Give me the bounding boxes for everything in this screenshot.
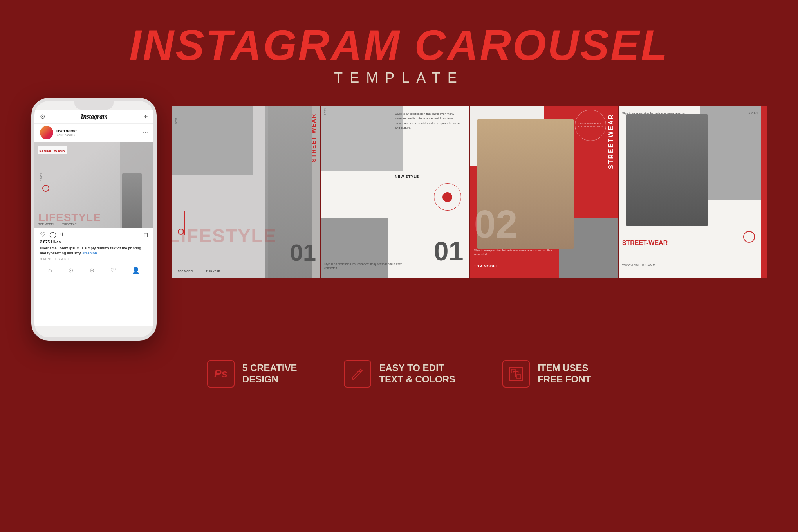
carousel-area: STREET-WEAR LIFESTYLE 01 2021 TOP MODEL …: [172, 106, 767, 278]
ig-username: username: [56, 128, 77, 133]
carousel-panel-3: 02 STREETWEAR THIS MONTH THE BEST COLLEC…: [470, 106, 618, 278]
panel1-label1: TOP MODEL: [178, 270, 194, 272]
send-icon: ✈: [143, 114, 148, 120]
ig-profile: username Your place › ···: [34, 124, 153, 142]
sub-title: TEMPLATE: [0, 70, 798, 86]
font-icon-svg: T: [509, 367, 523, 381]
carousel-panel-4: // 2021 Style is an expression that last…: [619, 106, 767, 278]
caption-tag: #fashion: [83, 251, 97, 255]
panel1-line: [184, 211, 185, 235]
feature-easy-edit: EASY TO EDIT TEXT & COLORS: [344, 360, 455, 388]
phone-mockup: ⊙ Instagram ✈ username Your place › ···: [31, 98, 157, 341]
font-icon: T: [502, 360, 530, 388]
panel1-circle-deco: [178, 229, 184, 235]
home-icon[interactable]: ⌂: [48, 267, 52, 274]
feature-edit-line1: EASY TO EDIT: [379, 362, 455, 374]
feature-creative-line2: DESIGN: [242, 374, 297, 385]
search-nav-icon[interactable]: ⊙: [68, 267, 73, 274]
panel2-circle-fill: [442, 192, 452, 202]
feature-edit-label: EASY TO EDIT TEXT & COLORS: [379, 362, 455, 385]
share-icon[interactable]: ✈: [60, 231, 65, 238]
comment-icon[interactable]: ◯: [49, 231, 56, 238]
ig-actions: ♡ ◯ ✈ ⊓: [34, 228, 153, 240]
ps-icon: Ps: [207, 360, 235, 388]
panel2-circle: [434, 183, 461, 211]
panel2-bottom-text: Style is an expression that lasts over m…: [324, 262, 405, 270]
heart-icon[interactable]: ♡: [40, 231, 45, 238]
ig-likes: 2.875 Likes: [34, 240, 153, 246]
post-labels: TOP MODEL THIS YEAR: [38, 223, 77, 225]
svg-text:T: T: [513, 369, 519, 379]
panel1-num: 01: [290, 239, 316, 266]
panel2-img-top: [321, 106, 402, 171]
features-area: Ps 5 CREATIVE DESIGN EASY TO EDIT TEXT &…: [0, 341, 798, 388]
feature-font-label: ITEM USES FREE FONT: [538, 362, 591, 385]
panel4-red-strip: [761, 106, 767, 278]
panel1-labels: TOP MODEL THIS YEAR: [178, 270, 220, 272]
panel2-body-text: Style is an expression that lasts over m…: [395, 112, 466, 130]
avatar: [40, 126, 53, 139]
post-streetwear-text: STREET-WEAR: [39, 149, 65, 153]
panel4-body-text: Style is an expression that lasts over m…: [622, 112, 689, 116]
carousel-panel-1: STREET-WEAR LIFESTYLE 01 2021 TOP MODEL …: [172, 106, 320, 278]
post-label-model: TOP MODEL: [38, 223, 54, 225]
username-block: username Your place ›: [56, 128, 77, 137]
panel1-img-top: [172, 106, 253, 175]
panel2-num: 01: [434, 236, 464, 266]
feature-font-line2: FREE FONT: [538, 374, 591, 385]
heart-nav-icon[interactable]: ♡: [110, 267, 116, 274]
caption-username: username: [40, 246, 57, 250]
ig-nav: ⌂ ⊙ ⊕ ♡ 👤: [34, 263, 153, 277]
phone-inner: ⊙ Instagram ✈ username Your place › ···: [34, 110, 153, 326]
panel1-streetwear: STREET-WEAR: [311, 114, 317, 162]
panel3-circle-label: THIS MONTH THE BEST COLLECTION FROM US: [575, 122, 606, 129]
panel3-body-text: Style is an expression that lasts over m…: [474, 249, 555, 256]
panel1-lifestyle: LIFESTYLE: [172, 225, 277, 247]
panel4-streetwear: STREET-WEAR: [622, 240, 668, 247]
title-area: INSTAGRAM CAROUSEL TEMPLATE: [0, 0, 798, 86]
panel3-num: 02: [474, 202, 518, 247]
content-area: ⊙ Instagram ✈ username Your place › ···: [0, 94, 798, 341]
ig-place: Your place ›: [56, 133, 77, 137]
ig-header: ⊙ Instagram ✈: [34, 110, 153, 124]
panel2-new-style: NEW STYLE: [395, 175, 466, 179]
feature-creative-line1: 5 CREATIVE: [242, 362, 297, 374]
profile-icon[interactable]: 👤: [132, 267, 140, 274]
pencil-icon: [344, 360, 371, 388]
carousel-panel-2: Style is an expression that lasts over m…: [321, 106, 469, 278]
panel4-model: [626, 114, 708, 226]
action-group-left: ♡ ◯ ✈: [40, 231, 65, 238]
bookmark-icon[interactable]: ⊓: [143, 231, 148, 238]
feature-font-line1: ITEM USES: [538, 362, 591, 374]
add-icon[interactable]: ⊕: [89, 267, 94, 274]
pencil-icon-svg: [350, 367, 365, 381]
ps-icon-text: Ps: [214, 368, 227, 380]
feature-edit-line2: TEXT & COLORS: [379, 374, 455, 385]
panel1-label2: THIS YEAR: [206, 270, 220, 272]
post-model-figure: [122, 173, 142, 228]
ig-time: 8 MINUTES AGO: [34, 257, 153, 263]
feature-creative-label: 5 CREATIVE DESIGN: [242, 362, 297, 385]
camera-icon: ⊙: [40, 113, 45, 120]
post-label-year: THIS YEAR: [62, 223, 77, 225]
panel1-year: 2021: [175, 117, 178, 124]
post-year: // 2021: [40, 173, 43, 181]
panel4-gray-top: [700, 106, 767, 200]
panel3-circle-text: THIS MONTH THE BEST COLLECTION FROM US: [575, 110, 606, 141]
panel3-streetwear: STREETWEAR: [608, 114, 615, 169]
panel4-website: WWW.FASHION.COM: [622, 263, 655, 266]
panel2-year: 2021: [323, 108, 327, 115]
ig-caption: username Lorem ipsum is simply dummy tex…: [34, 246, 153, 257]
ig-post-image: STREET-WEAR LIFESTYLE // 2021 TOP MODEL …: [34, 142, 153, 228]
feature-free-font: T ITEM USES FREE FONT: [502, 360, 591, 388]
post-lifestyle: LIFESTYLE: [38, 211, 101, 224]
more-icon: ···: [143, 129, 148, 136]
post-circle: [42, 185, 49, 192]
panel4-circle-deco: [743, 231, 755, 243]
phone-notch: [74, 101, 114, 110]
feature-creative-design: Ps 5 CREATIVE DESIGN: [207, 360, 297, 388]
post-white-label: STREET-WEAR: [38, 146, 67, 154]
ig-logo: Instagram: [81, 113, 107, 120]
panel3-label: TOP MODEL: [474, 264, 498, 268]
main-title: INSTAGRAM CAROUSEL: [0, 23, 798, 67]
